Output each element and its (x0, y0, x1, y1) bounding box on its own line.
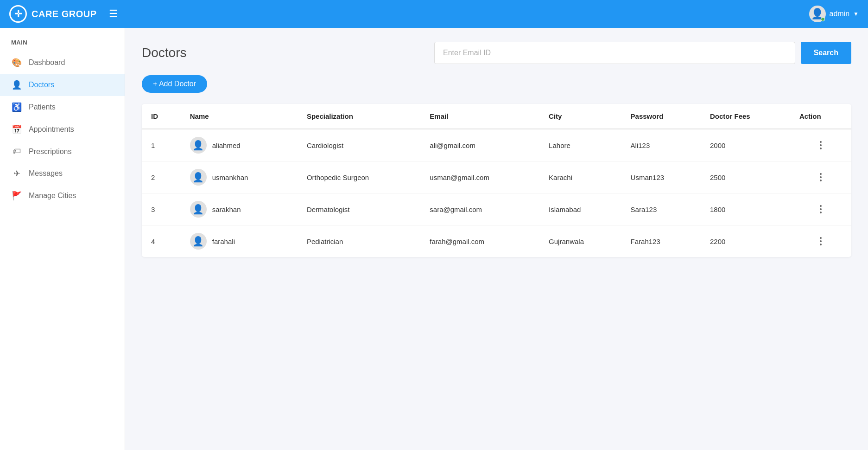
action-menu-button[interactable] (799, 203, 842, 215)
header: ✛ CARE GROUP ☰ 👤 admin ▼ (0, 0, 868, 28)
cell-action[interactable] (790, 161, 851, 193)
sidebar-item-manage-cities[interactable]: 🚩 Manage Cities (0, 185, 125, 207)
doctors-icon: 👤 (11, 80, 22, 90)
col-specialization: Specialization (298, 104, 420, 129)
doctor-name: usmankhan (212, 174, 248, 181)
sidebar-item-label: Doctors (29, 81, 54, 89)
cell-password: Sara123 (621, 193, 701, 225)
col-action: Action (790, 104, 851, 129)
cell-password: Farah123 (621, 225, 701, 257)
col-email: Email (420, 104, 539, 129)
cell-name: 👤 aliahmed (181, 129, 298, 161)
doctor-name: aliahmed (212, 141, 241, 149)
cell-action[interactable] (790, 129, 851, 161)
cell-fees: 2200 (701, 225, 790, 257)
sidebar-section-label: Main (0, 39, 125, 51)
table-header-row: ID Name Specialization Email City Passwo… (142, 104, 851, 129)
cell-id: 2 (142, 161, 181, 193)
table-row: 4 👤 farahali Pediatrician farah@gmail.co… (142, 225, 851, 257)
cell-email: farah@gmail.com (420, 225, 539, 257)
sidebar-item-doctors[interactable]: 👤 Doctors (0, 74, 125, 96)
action-menu-button[interactable] (799, 139, 842, 151)
cell-specialization: Dermatologist (298, 193, 420, 225)
doctors-table: ID Name Specialization Email City Passwo… (142, 104, 851, 257)
cell-name: 👤 usmankhan (181, 161, 298, 193)
cell-action[interactable] (790, 193, 851, 225)
cell-city: Islamabad (539, 193, 621, 225)
cell-fees: 2500 (701, 161, 790, 193)
sidebar-item-label: Dashboard (29, 58, 65, 67)
avatar: 👤 (809, 6, 826, 22)
dashboard-icon: 🎨 (11, 58, 22, 68)
sidebar-item-label: Appointments (29, 125, 74, 134)
page-header: Doctors Search (142, 42, 851, 64)
doctor-avatar: 👤 (190, 137, 207, 154)
doctor-name: sarakhan (212, 206, 241, 213)
table-row: 3 👤 sarakhan Dermatologist sara@gmail.co… (142, 193, 851, 225)
cell-fees: 1800 (701, 193, 790, 225)
cell-email: ali@gmail.com (420, 129, 539, 161)
cell-password: Ali123 (621, 129, 701, 161)
cell-id: 4 (142, 225, 181, 257)
hamburger-button[interactable]: ☰ (105, 6, 122, 22)
cell-id: 3 (142, 193, 181, 225)
cell-password: Usman123 (621, 161, 701, 193)
page-title: Doctors (142, 45, 186, 60)
sidebar-item-label: Messages (29, 169, 63, 178)
cell-name: 👤 sarakhan (181, 193, 298, 225)
logo: ✛ CARE GROUP (9, 5, 97, 23)
doctor-avatar: 👤 (190, 201, 207, 218)
col-name: Name (181, 104, 298, 129)
col-id: ID (142, 104, 181, 129)
admin-menu[interactable]: 👤 admin ▼ (809, 6, 859, 22)
action-menu-button[interactable] (799, 235, 842, 247)
sidebar-item-prescriptions[interactable]: 🏷 Prescriptions (0, 141, 125, 162)
main-layout: Main 🎨 Dashboard 👤 Doctors ♿ Patients 📅 … (0, 28, 868, 450)
logo-text: CARE GROUP (32, 9, 97, 19)
table-row: 2 👤 usmankhan Orthopedic Surgeon usman@g… (142, 161, 851, 193)
col-fees: Doctor Fees (701, 104, 790, 129)
header-left: ✛ CARE GROUP ☰ (9, 5, 122, 23)
add-doctor-button[interactable]: + Add Doctor (142, 75, 207, 93)
cell-action[interactable] (790, 225, 851, 257)
col-password: Password (621, 104, 701, 129)
cell-specialization: Pediatrician (298, 225, 420, 257)
sidebar-item-dashboard[interactable]: 🎨 Dashboard (0, 51, 125, 74)
doctor-avatar: 👤 (190, 233, 207, 250)
online-dot (821, 17, 825, 21)
cell-city: Lahore (539, 129, 621, 161)
cell-specialization: Cardiologist (298, 129, 420, 161)
cell-id: 1 (142, 129, 181, 161)
action-menu-button[interactable] (799, 171, 842, 183)
cell-email: sara@gmail.com (420, 193, 539, 225)
appointments-icon: 📅 (11, 124, 22, 135)
admin-label: admin (830, 10, 850, 18)
cell-email: usman@gmail.com (420, 161, 539, 193)
sidebar-item-label: Prescriptions (29, 148, 71, 156)
dropdown-arrow-icon: ▼ (853, 11, 859, 17)
search-input[interactable] (434, 42, 795, 64)
cell-specialization: Orthopedic Surgeon (298, 161, 420, 193)
search-button[interactable]: Search (801, 42, 851, 64)
main-content: Doctors Search + Add Doctor ID Name Spec… (125, 28, 868, 450)
cell-fees: 2000 (701, 129, 790, 161)
sidebar-item-label: Patients (29, 103, 56, 111)
patients-icon: ♿ (11, 102, 22, 112)
table-row: 1 👤 aliahmed Cardiologist ali@gmail.com … (142, 129, 851, 161)
cell-name: 👤 farahali (181, 225, 298, 257)
sidebar: Main 🎨 Dashboard 👤 Doctors ♿ Patients 📅 … (0, 28, 125, 450)
logo-icon: ✛ (9, 5, 27, 23)
sidebar-item-appointments[interactable]: 📅 Appointments (0, 118, 125, 141)
manage-cities-icon: 🚩 (11, 191, 22, 201)
search-area: Search (434, 42, 851, 64)
prescriptions-icon: 🏷 (11, 147, 22, 156)
cell-city: Karachi (539, 161, 621, 193)
messages-icon: ✈ (11, 168, 22, 179)
sidebar-item-label: Manage Cities (29, 192, 76, 200)
cell-city: Gujranwala (539, 225, 621, 257)
sidebar-item-patients[interactable]: ♿ Patients (0, 96, 125, 118)
doctor-name: farahali (212, 238, 235, 245)
doctor-avatar: 👤 (190, 169, 207, 186)
sidebar-item-messages[interactable]: ✈ Messages (0, 162, 125, 185)
col-city: City (539, 104, 621, 129)
